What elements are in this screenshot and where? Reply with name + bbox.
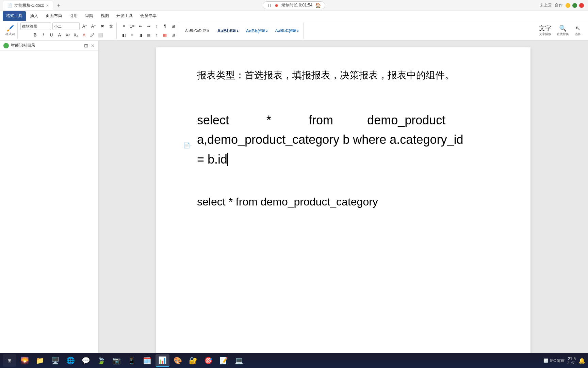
taskbar-mountains[interactable]: 🌄 (18, 354, 32, 367)
ordered-list-button[interactable]: 1≡ (129, 22, 136, 30)
tab-pagelayout[interactable]: 页面布局 (42, 11, 65, 21)
tab-vip[interactable]: 会员专享 (137, 11, 160, 21)
superscript-button[interactable]: X² (64, 31, 71, 39)
style-normal[interactable]: AaBbCcDd正文 (182, 24, 213, 37)
justify-button[interactable]: ▤ (145, 31, 152, 39)
find-replace-button[interactable]: 🔍 查找替换 (555, 23, 570, 38)
taskbar-code[interactable]: 💻 (232, 354, 246, 367)
sql-line-2: a,demo_product_category b where a.catego… (197, 130, 490, 150)
font-color-button[interactable]: A (80, 31, 88, 39)
underline-button[interactable]: U (48, 31, 55, 39)
italic-button[interactable]: I (39, 31, 47, 39)
format-painter-icon: 🖌️ (6, 25, 14, 31)
document-tab[interactable]: 📄 功能模块-1.docx ✕ (3, 1, 53, 10)
styles-group: AaBbCcDd正文 AaBb标题 1 AaBb(标题 2 AaBbC(标题 3 (181, 22, 304, 39)
bold-button[interactable]: B (31, 31, 39, 39)
close-button[interactable] (579, 3, 584, 8)
style-h2[interactable]: AaBb(标题 2 (243, 24, 271, 37)
clock-date: 21:51 (567, 361, 576, 365)
document-page[interactable]: 报表类型：首选报表，填报报表，决策报表，报表中的组件。 📄· select * … (156, 47, 530, 354)
char-border-button[interactable]: ⬜ (97, 31, 104, 39)
style-h1[interactable]: AaBb标题 1 (214, 24, 241, 37)
border-button[interactable]: ⊞ (169, 22, 177, 30)
title-bar-center: ⏸ ⏺ 录制时长 0:01:54 🏠 (263, 1, 325, 9)
tab-developer[interactable]: 开发工具 (113, 11, 136, 21)
document-area[interactable]: 报表类型：首选报表，填报报表，决策报表，报表中的组件。 📄· select * … (99, 41, 588, 359)
tab-label: 功能模块-1.docx (14, 3, 44, 9)
cloud-sync[interactable]: 未上云 (540, 2, 552, 8)
chinese-font-button[interactable]: 文 (108, 22, 115, 30)
line-spacing-button[interactable]: ↕ (153, 31, 161, 39)
taskbar-explorer[interactable]: 📁 (33, 354, 47, 367)
record-controls: ⏸ ⏺ 录制时长 0:01:54 🏠 (263, 1, 325, 9)
taskbar-phone[interactable]: 📱 (125, 354, 139, 367)
font-size-selector[interactable]: 小二 (52, 22, 80, 30)
record-time: 录制时长 0:01:54 (281, 2, 312, 8)
tab-format[interactable]: 格式工具 (3, 11, 26, 21)
taskbar-chat[interactable]: 💬 (79, 354, 93, 367)
sort-button[interactable]: ↕ (153, 22, 161, 30)
pause-button[interactable]: ⏸ (267, 3, 272, 8)
text-direction-button[interactable]: 文字 文字排版 (538, 23, 553, 38)
sidebar-close-button[interactable]: ✕ (91, 43, 95, 48)
indent-button[interactable]: ⇥ (145, 22, 152, 30)
format-painter-button[interactable]: 🖌️ 格式刷 (4, 23, 16, 38)
sidebar-expand-icon[interactable]: ⊞ (84, 43, 88, 48)
outdent-button[interactable]: ⇤ (137, 22, 144, 30)
weather-display: 🌫️ 6°C 雾霾 (543, 358, 565, 363)
style-h3[interactable]: AaBbC(标题 3 (272, 24, 302, 37)
taskbar-screen[interactable]: 🖥️ (48, 354, 62, 367)
collaborate[interactable]: 合作 (555, 2, 563, 8)
align-row: ◧ ≡ ◨ ▤ ↕ ▦ ⊞ (120, 31, 177, 39)
spacer-2 (197, 180, 490, 193)
taskbar: ⊞ 🌄 📁 🖥️ 🌐 💬 🍃 📷 📱 🗓️ 📊 🎨 🔐 🎯 📝 💻 🌫️ 6°C… (0, 353, 588, 368)
font-shrink-button[interactable]: A⁻ (90, 22, 97, 30)
tab-review[interactable]: 审阅 (82, 11, 97, 21)
align-right-button[interactable]: ◨ (137, 31, 144, 39)
taskbar-app1[interactable]: 🍃 (94, 354, 108, 367)
clear-format-button[interactable]: ✖ (99, 22, 106, 30)
font-grow-button[interactable]: A⁺ (81, 22, 88, 30)
sidebar-controls: ⊞ ✕ (84, 43, 95, 48)
home-button[interactable]: 🏠 (315, 3, 321, 8)
taskbar-wps[interactable]: 📊 (156, 354, 169, 367)
text-format-row: B I U A X² X₂ A 🖊 ⬜ (31, 31, 104, 39)
highlight-button[interactable]: 🖊 (88, 31, 96, 39)
cursor-icon: ↖ (575, 25, 581, 31)
taskbar-photo[interactable]: 📷 (110, 354, 124, 367)
tab-reference[interactable]: 引用 (66, 11, 81, 21)
list-row: ≡ 1≡ ⇤ ⇥ ↕ ¶ ⊞ (120, 22, 177, 30)
paragraph-marks-button[interactable]: ¶ (161, 22, 169, 30)
sidebar: 智能识别目录 ⊞ ✕ (0, 41, 99, 359)
tab-insert[interactable]: 插入 (27, 11, 42, 21)
strikethrough-button[interactable]: A (56, 31, 63, 39)
font-name-selector[interactable]: 微软雅黑 (20, 22, 51, 30)
taskbar-start[interactable]: ⊞ (3, 354, 16, 367)
tab-close-icon[interactable]: ✕ (46, 4, 49, 7)
window-controls (566, 3, 584, 8)
sidebar-content (0, 51, 98, 359)
notification-icon[interactable]: 🔔 (578, 357, 585, 364)
taskbar-game[interactable]: 🎯 (201, 354, 215, 367)
taskbar-notes[interactable]: 📝 (217, 354, 231, 367)
minimize-button[interactable] (566, 3, 570, 8)
ribbon: 格式工具 插入 页面布局 引用 审阅 视图 开发工具 会员专享 🖌️ 格式刷 微… (0, 11, 588, 41)
taskbar-browser[interactable]: 🌐 (64, 354, 78, 367)
ribbon-tabs: 格式工具 插入 页面布局 引用 审阅 视图 开发工具 会员专享 (0, 11, 588, 21)
subscript-button[interactable]: X₂ (72, 31, 80, 39)
taskbar-calendar[interactable]: 🗓️ (140, 354, 154, 367)
align-center-button[interactable]: ≡ (129, 31, 136, 39)
select-button[interactable]: ↖ 选择 (573, 23, 583, 38)
align-left-button[interactable]: ◧ (120, 31, 128, 39)
taskbar-security[interactable]: 🔐 (186, 354, 200, 367)
maximize-button[interactable] (572, 3, 577, 8)
unordered-list-button[interactable]: ≡ (120, 22, 128, 30)
taskbar-paint[interactable]: 🎨 (171, 354, 185, 367)
doc-sql-block-2: select * from demo_product_category (197, 193, 490, 211)
new-tab-button[interactable]: + (54, 1, 63, 10)
stop-button[interactable]: ⏺ (275, 3, 279, 8)
table-button[interactable]: ⊞ (169, 31, 177, 39)
tab-view[interactable]: 视图 (97, 11, 112, 21)
bg-color-button[interactable]: ▦ (161, 31, 169, 39)
taskbar-right: 🌫️ 6°C 雾霾 21:5 21:51 🔔 (543, 356, 585, 365)
